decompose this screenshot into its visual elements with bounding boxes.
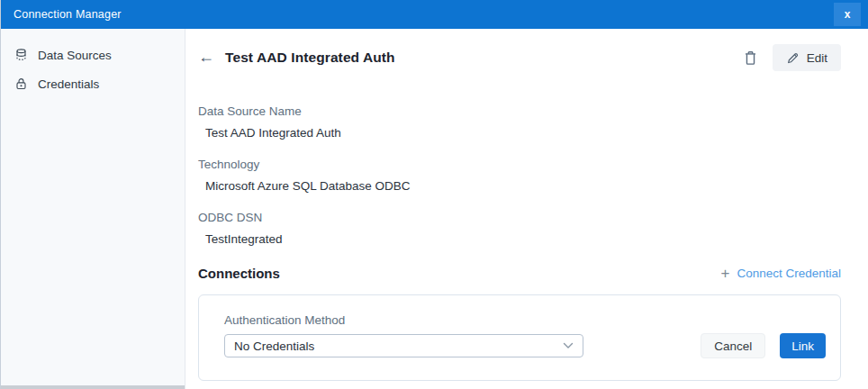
plus-icon: + [720,266,729,281]
lock-icon [14,77,28,91]
connection-manager-window: Connection Manager x Data Sources [0,0,868,389]
sidebar-item-label: Credentials [38,77,99,91]
window-title: Connection Manager [14,8,122,21]
sidebar-item-data-sources[interactable]: Data Sources [1,41,185,69]
sidebar-item-credentials[interactable]: Credentials [1,69,185,98]
edit-button-label: Edit [807,51,827,65]
edit-button[interactable]: Edit [773,44,841,71]
field-label: ODBC DSN [198,211,841,224]
connections-heading: Connections [198,266,280,281]
cancel-button[interactable]: Cancel [701,333,765,358]
delete-button[interactable] [743,50,758,67]
titlebar: Connection Manager x [1,0,868,29]
field-data-source-name: Data Source Name Test AAD Integrated Aut… [198,104,841,140]
window-body: Data Sources Credentials ← Test AAD Inte… [1,29,868,389]
link-button[interactable]: Link [780,333,826,358]
field-value: Test AAD Integrated Auth [205,126,841,140]
field-label: Data Source Name [198,104,841,118]
detail-fields: Data Source Name Test AAD Integrated Aut… [198,104,841,246]
back-arrow-icon[interactable]: ← [198,49,218,67]
field-technology: Technology Microsoft Azure SQL Database … [198,158,841,193]
card-row: No Credentials Cancel Link [224,333,826,358]
close-icon: x [845,9,851,20]
sidebar: Data Sources Credentials [1,29,185,389]
sidebar-bottom-edge [1,385,185,389]
detail-header: ← Test AAD Integrated Auth [198,43,841,72]
auth-method-label: Authentication Method [224,313,826,327]
field-value: Microsoft Azure SQL Database ODBC [205,179,841,193]
field-value: TestIntegrated [205,232,841,246]
sidebar-item-label: Data Sources [38,49,112,62]
auth-method-selected-value: No Credentials [234,339,314,353]
chevron-down-icon [563,342,574,349]
page-title: Test AAD Integrated Auth [225,50,395,66]
database-icon [14,48,28,62]
connection-card: Authentication Method No Credentials Can… [198,294,841,381]
main-panel: ← Test AAD Integrated Auth [185,29,868,389]
field-odbc-dsn: ODBC DSN TestIntegrated [198,211,841,246]
field-label: Technology [198,158,841,171]
trash-icon [743,50,758,67]
connect-credential-link[interactable]: + Connect Credential [720,266,841,281]
card-buttons: Cancel Link [701,333,826,358]
close-button[interactable]: x [834,3,861,26]
auth-method-select[interactable]: No Credentials [224,334,583,357]
connect-credential-label: Connect Credential [737,267,841,280]
header-actions: Edit [743,44,841,71]
connections-header: Connections + Connect Credential [198,266,841,281]
pencil-icon [786,51,800,65]
